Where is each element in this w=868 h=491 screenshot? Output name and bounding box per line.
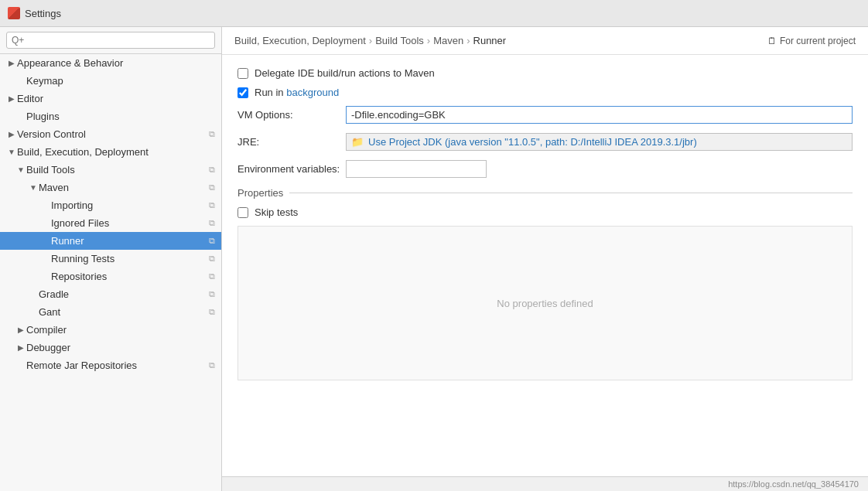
breadcrumb-sep-3: › xyxy=(466,35,470,46)
sidebar-item-remote-jar-repos[interactable]: Remote Jar Repositories ⧉ xyxy=(0,356,221,374)
jre-field[interactable]: 📁 Use Project JDK (java version "11.0.5"… xyxy=(346,133,853,151)
sidebar-item-label: Running Tests xyxy=(51,253,209,264)
copy-icon: ⧉ xyxy=(209,182,215,193)
sidebar-item-label: Keymap xyxy=(26,75,215,87)
expand-icon-repos xyxy=(40,272,51,281)
search-input[interactable] xyxy=(6,32,215,49)
settings-form: Delegate IDE build/run actions to Maven … xyxy=(222,55,868,476)
sidebar-item-label: Version Control xyxy=(17,128,209,140)
sidebar-item-label: Gradle xyxy=(39,288,209,300)
delegate-label[interactable]: Delegate IDE build/run actions to Maven xyxy=(255,67,435,79)
run-in-background-checkbox[interactable] xyxy=(238,87,248,98)
env-vars-input[interactable] xyxy=(346,160,487,178)
content-area: Build, Execution, Deployment › Build Too… xyxy=(222,27,868,491)
breadcrumb-part-1: Build, Execution, Deployment xyxy=(234,35,366,46)
expand-icon-plugins xyxy=(15,112,26,121)
sidebar-item-gradle[interactable]: Gradle ⧉ xyxy=(0,285,221,303)
sidebar-item-appearance[interactable]: ▶ Appearance & Behavior xyxy=(0,54,221,72)
expand-icon-debugger: ▶ xyxy=(15,343,26,352)
breadcrumb-sep-1: › xyxy=(369,35,372,46)
sidebar-item-ignored-files[interactable]: Ignored Files ⧉ xyxy=(0,214,221,232)
sidebar-item-label: Runner xyxy=(51,235,209,247)
expand-icon-remote xyxy=(15,361,26,370)
folder-icon: 📁 xyxy=(351,136,364,148)
sidebar-item-label: Appearance & Behavior xyxy=(17,57,215,69)
jre-text: Use Project JDK (java version "11.0.5", … xyxy=(368,136,697,148)
properties-section-title: Properties xyxy=(238,187,853,199)
skip-tests-label[interactable]: Skip tests xyxy=(255,206,298,218)
vm-options-label: VM Options: xyxy=(238,109,346,121)
sidebar-item-label: Build Tools xyxy=(26,164,209,176)
env-vars-row: Environment variables: xyxy=(238,160,853,178)
sidebar-items: ▶ Appearance & Behavior Keymap ▶ Editor … xyxy=(0,54,221,491)
sidebar-item-label: Editor xyxy=(17,93,215,104)
expand-icon-bt: ▼ xyxy=(15,165,26,174)
copy-icon: ⧉ xyxy=(209,360,215,370)
project-icon: 🗒 xyxy=(767,36,777,46)
sidebar-item-debugger[interactable]: ▶ Debugger xyxy=(0,339,221,356)
sidebar-item-gant[interactable]: Gant ⧉ xyxy=(0,303,221,321)
sidebar-item-maven[interactable]: ▼ Maven ⧉ xyxy=(0,179,221,196)
sidebar: ▶ Appearance & Behavior Keymap ▶ Editor … xyxy=(0,27,222,491)
sidebar-item-editor[interactable]: ▶ Editor xyxy=(0,90,221,107)
sidebar-item-repositories[interactable]: Repositories ⧉ xyxy=(0,268,221,285)
vm-options-row: VM Options: xyxy=(238,106,853,124)
sidebar-item-build-tools[interactable]: ▼ Build Tools ⧉ xyxy=(0,161,221,179)
expand-icon-keymap xyxy=(15,77,26,85)
expand-icon-editor: ▶ xyxy=(6,94,17,103)
expand-icon-running-tests xyxy=(40,254,51,263)
expand-icon-gant xyxy=(28,308,39,316)
jre-row: JRE: 📁 Use Project JDK (java version "11… xyxy=(238,133,853,151)
breadcrumb-part-3: Maven xyxy=(433,35,463,46)
expand-icon-appearance: ▶ xyxy=(6,59,17,67)
sidebar-item-runner[interactable]: Runner ⧉ xyxy=(0,232,221,250)
title-bar-text: Settings xyxy=(25,8,61,19)
expand-icon-maven: ▼ xyxy=(28,183,39,192)
vm-options-input-wrapper xyxy=(346,106,853,124)
expand-icon-bed: ▼ xyxy=(6,148,17,156)
vm-options-input[interactable] xyxy=(346,106,853,124)
for-current-project-label: For current project xyxy=(780,36,856,46)
skip-tests-row: Skip tests xyxy=(238,206,853,218)
section-divider xyxy=(289,193,853,193)
copy-icon: ⧉ xyxy=(209,129,215,139)
sidebar-item-label: Maven xyxy=(39,182,209,193)
copy-icon: ⧉ xyxy=(209,254,215,264)
sidebar-item-label: Plugins xyxy=(26,111,215,122)
sidebar-item-keymap[interactable]: Keymap xyxy=(0,72,221,90)
env-vars-label: Environment variables: xyxy=(238,163,346,175)
sidebar-item-label: Debugger xyxy=(26,342,215,353)
sidebar-item-build-exec-deploy[interactable]: ▼ Build, Execution, Deployment xyxy=(0,143,221,161)
skip-tests-checkbox[interactable] xyxy=(238,207,248,218)
breadcrumb-part-2: Build Tools xyxy=(375,35,424,46)
sidebar-item-importing[interactable]: Importing ⧉ xyxy=(0,196,221,214)
delegate-checkbox[interactable] xyxy=(238,68,248,79)
sidebar-item-label: Ignored Files xyxy=(51,217,209,229)
sidebar-item-label: Remote Jar Repositories xyxy=(26,360,209,371)
status-bar: https://blog.csdn.net/qq_38454170 xyxy=(222,476,868,491)
run-in-bg-checkbox-row: Run in background xyxy=(238,87,853,98)
sidebar-item-label: Compiler xyxy=(26,324,215,336)
sidebar-item-compiler[interactable]: ▶ Compiler xyxy=(0,321,221,339)
copy-icon: ⧉ xyxy=(209,271,215,281)
background-link[interactable]: background xyxy=(286,87,339,98)
for-current-project: 🗒 For current project xyxy=(767,36,856,46)
title-bar: Settings xyxy=(0,0,868,27)
run-in-bg-label[interactable]: Run in background xyxy=(255,87,339,98)
copy-icon: ⧉ xyxy=(209,289,215,299)
sidebar-item-label: Importing xyxy=(51,199,209,211)
jre-detail: (java version "11.0.5", path: D:/Intelli… xyxy=(445,136,697,148)
copy-icon: ⧉ xyxy=(209,200,215,210)
expand-icon-importing xyxy=(40,201,51,210)
sidebar-item-version-control[interactable]: ▶ Version Control ⧉ xyxy=(0,125,221,143)
copy-icon: ⧉ xyxy=(209,236,215,246)
status-url: https://blog.csdn.net/qq_38454170 xyxy=(728,479,859,489)
sidebar-item-plugins[interactable]: Plugins xyxy=(0,107,221,125)
sidebar-item-running-tests[interactable]: Running Tests ⧉ xyxy=(0,250,221,268)
copy-icon: ⧉ xyxy=(209,165,215,175)
app-icon xyxy=(8,7,20,19)
sidebar-item-label: Build, Execution, Deployment xyxy=(17,146,215,158)
sidebar-item-label: Gant xyxy=(39,306,209,318)
expand-icon-compiler: ▶ xyxy=(15,326,26,334)
search-bar[interactable] xyxy=(0,27,221,54)
